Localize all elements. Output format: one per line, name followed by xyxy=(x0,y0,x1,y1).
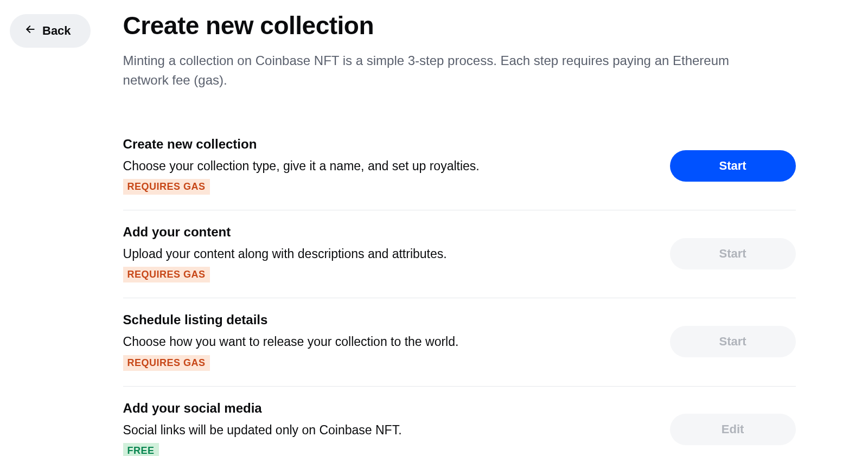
arrow-left-icon xyxy=(25,24,36,38)
back-label: Back xyxy=(42,24,71,38)
step-desc: Upload your content along with descripti… xyxy=(123,245,670,262)
step-title: Create new collection xyxy=(123,137,670,152)
step-info: Add your social media Social links will … xyxy=(123,401,670,456)
step-title: Add your content xyxy=(123,224,670,240)
main-content: Create new collection Minting a collecti… xyxy=(123,11,828,456)
edit-button: Edit xyxy=(670,414,796,445)
start-button: Start xyxy=(670,326,796,357)
back-button[interactable]: Back xyxy=(10,14,91,48)
start-button[interactable]: Start xyxy=(670,150,796,182)
step-desc: Choose how you want to release your coll… xyxy=(123,333,670,350)
step-info: Create new collection Choose your collec… xyxy=(123,137,670,195)
step-desc: Social links will be updated only on Coi… xyxy=(123,421,670,439)
gas-badge: REQUIRES GAS xyxy=(123,355,210,371)
start-button: Start xyxy=(670,238,796,269)
gas-badge: REQUIRES GAS xyxy=(123,267,210,282)
step-schedule-listing: Schedule listing details Choose how you … xyxy=(123,298,796,386)
step-info: Add your content Upload your content alo… xyxy=(123,224,670,282)
step-social-media: Add your social media Social links will … xyxy=(123,387,796,456)
step-create-collection: Create new collection Choose your collec… xyxy=(123,123,796,210)
steps-list: Create new collection Choose your collec… xyxy=(123,123,796,456)
free-badge: FREE xyxy=(123,443,159,456)
step-title: Schedule listing details xyxy=(123,312,670,327)
step-info: Schedule listing details Choose how you … xyxy=(123,312,670,370)
page-subtitle: Minting a collection on Coinbase NFT is … xyxy=(123,51,763,90)
gas-badge: REQUIRES GAS xyxy=(123,179,210,195)
step-add-content: Add your content Upload your content alo… xyxy=(123,210,796,298)
page-title: Create new collection xyxy=(123,11,796,40)
step-title: Add your social media xyxy=(123,401,670,416)
step-desc: Choose your collection type, give it a n… xyxy=(123,157,670,175)
